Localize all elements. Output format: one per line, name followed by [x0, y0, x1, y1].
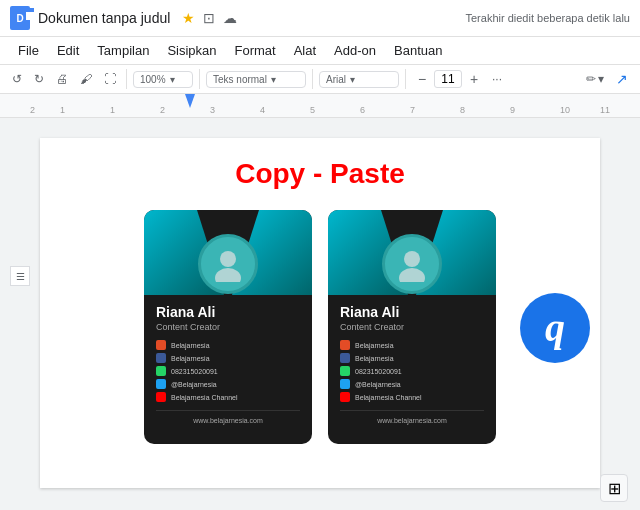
- fb-icon: [156, 353, 166, 363]
- toolbar-right: ✏ ▾ ↗: [582, 69, 632, 89]
- ruler-mark: 1: [110, 105, 115, 115]
- web-icon: [156, 340, 166, 350]
- ruler: 2 1 1 2 3 4 5 6 7 8 9 10 11: [0, 94, 640, 118]
- font-size-value[interactable]: 11: [434, 70, 462, 88]
- font-size-increase[interactable]: +: [464, 69, 484, 89]
- ruler-marker[interactable]: [185, 94, 195, 108]
- svg-point-2: [404, 251, 420, 267]
- cloud-icon[interactable]: ☁: [223, 10, 237, 26]
- card-yt-label-2: Belajarnesia Channel: [355, 394, 422, 401]
- avatar-icon: [210, 246, 246, 282]
- style-select[interactable]: Teks normal ▾: [206, 71, 306, 88]
- print-button[interactable]: 🖨: [52, 70, 72, 88]
- docs-icon: D: [10, 6, 30, 30]
- share-button[interactable]: ↗: [612, 69, 632, 89]
- avatar-icon-2: [394, 246, 430, 282]
- card-detail-phone: 082315020091: [156, 366, 300, 376]
- card-avatar-wrap: [144, 210, 312, 294]
- separator-1: [126, 69, 127, 89]
- menu-addon[interactable]: Add-on: [326, 39, 384, 62]
- card-phone-label-2: 082315020091: [355, 368, 402, 375]
- style-arrow: ▾: [271, 74, 276, 85]
- undo-button[interactable]: ↺: [8, 70, 26, 88]
- quora-badge: q: [520, 293, 590, 363]
- card-twitter-label: @Belajarnesia: [171, 381, 217, 388]
- menu-edit[interactable]: Edit: [49, 39, 87, 62]
- ruler-mark: 3: [210, 105, 215, 115]
- separator-3: [312, 69, 313, 89]
- business-card-2: Riana Ali Content Creator Belajarnesia B…: [328, 210, 496, 444]
- zoom-select[interactable]: 100% ▾: [133, 71, 193, 88]
- card-fb-label: Belajarnesia: [171, 355, 210, 362]
- phone-icon-2: [340, 366, 350, 376]
- menu-tampilan[interactable]: Tampilan: [89, 39, 157, 62]
- svg-point-3: [399, 268, 425, 282]
- zoom-value: 100%: [140, 74, 166, 85]
- menu-bantuan[interactable]: Bantuan: [386, 39, 450, 62]
- document-area: ☰ Copy - Paste Ri: [0, 118, 640, 508]
- ruler-mark: 4: [260, 105, 265, 115]
- avatar: [198, 234, 258, 294]
- menu-bar: File Edit Tampilan Sisipkan Format Alat …: [0, 37, 640, 64]
- document-title[interactable]: Dokumen tanpa judul: [38, 10, 170, 26]
- twitter-icon: [156, 379, 166, 389]
- more-options-button[interactable]: ···: [488, 70, 506, 88]
- pencil-arrow: ▾: [598, 72, 604, 86]
- ruler-mark: 2: [30, 105, 35, 115]
- card-detail-fb-2: Belajarnesia: [340, 353, 484, 363]
- card-job-title: Content Creator: [156, 322, 300, 332]
- card-detail-web: Belajarnesia: [156, 340, 300, 350]
- font-size-decrease[interactable]: −: [412, 69, 432, 89]
- card-name-2: Riana Ali: [340, 304, 484, 320]
- card-detail-web-2: Belajarnesia: [340, 340, 484, 350]
- card-detail-fb: Belajarnesia: [156, 353, 300, 363]
- ruler-mark: 8: [460, 105, 465, 115]
- phone-icon: [156, 366, 166, 376]
- ruler-mark: 9: [510, 105, 515, 115]
- toolbar: ↺ ↻ 🖨 🖌 ⛶ 100% ▾ Teks normal ▾ Arial ▾ −…: [0, 64, 640, 94]
- ruler-mark: 11: [600, 105, 610, 115]
- paint-format-button[interactable]: 🖌: [76, 70, 96, 88]
- web-icon-2: [340, 340, 350, 350]
- last-edit-text: Terakhir diedit beberapa detik lalu: [466, 12, 631, 24]
- business-card-1: Riana Ali Content Creator Belajarnesia B…: [144, 210, 312, 444]
- twitter-icon-2: [340, 379, 350, 389]
- pencil-icon: ✏: [586, 72, 596, 86]
- fb-icon-2: [340, 353, 350, 363]
- cards-container: Riana Ali Content Creator Belajarnesia B…: [80, 210, 560, 444]
- star-icon[interactable]: ★: [182, 10, 195, 26]
- separator-4: [405, 69, 406, 89]
- edit-mode-button[interactable]: ✏ ▾: [582, 70, 608, 88]
- title-icons: ★ ⊡ ☁: [182, 10, 237, 26]
- cursor-button[interactable]: ⛶: [100, 70, 120, 88]
- margin-icon[interactable]: ☰: [10, 266, 30, 286]
- card-yt-label: Belajarnesia Channel: [171, 394, 238, 401]
- ruler-mark: 7: [410, 105, 415, 115]
- menu-file[interactable]: File: [10, 39, 47, 62]
- font-select[interactable]: Arial ▾: [319, 71, 399, 88]
- card-detail-twitter: @Belajarnesia: [156, 379, 300, 389]
- card-detail-phone-2: 082315020091: [340, 366, 484, 376]
- card-website-url-2: www.belajarnesia.com: [340, 410, 484, 424]
- title-bar: D Dokumen tanpa judul ★ ⊡ ☁ Terakhir die…: [0, 0, 640, 37]
- card-detail-yt-2: Belajarnesia Channel: [340, 392, 484, 402]
- card-name: Riana Ali: [156, 304, 300, 320]
- yt-icon: [156, 392, 166, 402]
- quora-q-letter: q: [545, 308, 565, 348]
- redo-button[interactable]: ↻: [30, 70, 48, 88]
- card-info-2: Riana Ali Content Creator Belajarnesia B…: [328, 294, 496, 428]
- ruler-mark: 1: [60, 105, 65, 115]
- menu-sisipkan[interactable]: Sisipkan: [159, 39, 224, 62]
- menu-format[interactable]: Format: [227, 39, 284, 62]
- drive-icon[interactable]: ⊡: [203, 10, 215, 26]
- menu-alat[interactable]: Alat: [286, 39, 324, 62]
- separator-2: [199, 69, 200, 89]
- font-size-area: − 11 +: [412, 69, 484, 89]
- bottom-right-icon[interactable]: ⊞: [600, 474, 628, 502]
- zoom-arrow: ▾: [170, 74, 175, 85]
- style-value: Teks normal: [213, 74, 267, 85]
- font-value: Arial: [326, 74, 346, 85]
- yt-icon-2: [340, 392, 350, 402]
- card-website-url: www.belajarnesia.com: [156, 410, 300, 424]
- svg-point-0: [220, 251, 236, 267]
